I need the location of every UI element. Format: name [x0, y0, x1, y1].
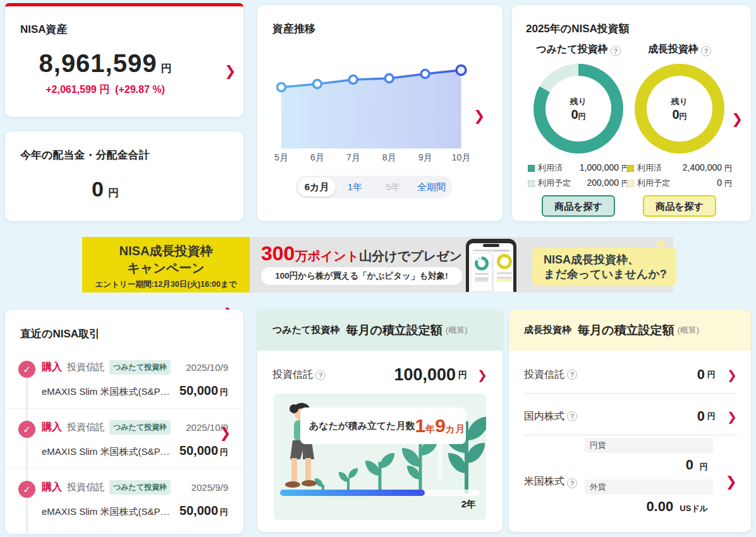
asset-line-chart-svg [257, 40, 503, 150]
divider [524, 393, 737, 394]
tsumitate-donut-center: 残り 0円 [533, 64, 623, 154]
phone-mockup [466, 239, 516, 292]
transaction-row[interactable]: ✓ 購入 投資信託 つみたて投資枠 2025/9/9 eMAXIS Slim 米… [5, 468, 243, 528]
x-tick-label: 10月 [452, 152, 471, 164]
chevron-right-icon[interactable]: ❯ [224, 64, 236, 78]
growth-monthly-card: 成長投資枠 毎月の積立設定額 (概算) 投資信託? 0 円 ❯ 国内株式? 0 … [509, 310, 751, 532]
accumulation-progress-bar [280, 490, 480, 496]
chevron-right-icon[interactable]: ❯ [473, 109, 485, 123]
nisa-assets-card[interactable]: NISA資産 8,961,599円 +2,061,599 円 (+29.87 %… [5, 3, 243, 117]
help-icon[interactable]: ? [567, 411, 577, 421]
x-tick-label: 6月 [310, 152, 324, 164]
growth-donut-chart: 残り 0円 [635, 64, 724, 154]
nisa-assets-amount: 8,961,599円 [5, 49, 205, 78]
chevron-right-icon[interactable]: ❯ [731, 112, 743, 126]
nisa-dashboard: NISA資産 8,961,599円 +2,061,599 円 (+29.87 %… [0, 0, 756, 537]
fx-band: 外貨 [585, 480, 713, 495]
nisa-assets-change: +2,061,599 円 (+29.87 %) [5, 83, 205, 97]
tsumitate-legend: 利用済 1,000,000 円 利用予定 200,000 円 [528, 162, 629, 189]
nisa-2025-title: 2025年のNISA投資額 [526, 21, 630, 36]
tab-1year[interactable]: 1年 [336, 178, 374, 196]
x-tick-label: 9月 [418, 152, 432, 164]
tab-6months[interactable]: 6カ月 [298, 178, 336, 196]
help-icon[interactable]: ? [611, 46, 621, 56]
domestic-stock-row[interactable]: 国内株式? 0 円 ❯ [524, 408, 737, 425]
accumulation-illustration: あなたが積み立てた月数 1年9カ月 2年 [274, 394, 486, 520]
x-tick-label: 8月 [382, 152, 396, 164]
dividends-card[interactable]: 今年の配当金・分配金合計 0円 ❯ [5, 131, 243, 221]
campaign-title-block: NISA成長投資枠 キャンペーン エントリー期間:12月30日(火)16:00ま… [82, 237, 250, 293]
accumulated-months-box: あなたが積み立てた月数 1年9カ月 [300, 407, 466, 444]
used-swatch [528, 165, 535, 172]
campaign-sub-pill: 100円から株が買える「かぶピタッ」も対象! [261, 267, 462, 285]
legend-planned: 利用予定 200,000 円 [528, 178, 629, 189]
nisa-assets-title: NISA資産 [20, 22, 68, 37]
tab-all-period[interactable]: 全期間 [412, 178, 451, 196]
divider [524, 435, 737, 435]
transaction-row[interactable]: ✓ 購入 投資信託 つみたて投資枠 2025/10/9 eMAXIS Slim … [5, 408, 243, 468]
growth-frame-heading: 成長投資枠? [627, 43, 732, 56]
growth-frame-column: 成長投資枠? 残り 0円 利用済 2,400,000 円 利用予定 0 円 [627, 43, 732, 217]
transaction-list: ✓ 購入 投資信託 つみたて投資枠 2025/10/9 eMAXIS Slim … [5, 349, 243, 528]
chevron-right-icon[interactable]: ❯ [727, 369, 737, 381]
frame-badge: つみたて投資枠 [109, 420, 171, 435]
transaction-row[interactable]: ✓ 購入 投資信託 つみたて投資枠 2025/10/9 eMAXIS Slim … [5, 349, 243, 408]
chevron-right-icon[interactable]: ❯ [477, 369, 487, 381]
campaign-speech-bubble: NISA成長投資枠、 まだ余っていませんか? [532, 247, 676, 286]
check-icon: ✓ [18, 481, 35, 498]
help-icon[interactable]: ? [567, 370, 577, 380]
fund-setting-row[interactable]: 投資信託? 100,000 円 ❯ [272, 365, 487, 385]
growth-legend: 利用済 2,400,000 円 利用予定 0 円 [627, 162, 732, 189]
planned-swatch [627, 180, 634, 187]
find-products-button[interactable]: 商品を探す [542, 195, 615, 217]
tsumitate-donut-chart: 残り 0円 [533, 64, 623, 154]
tsumitate-monthly-header: つみたて投資枠 毎月の積立設定額 (概算) [257, 310, 503, 351]
x-tick-label: 5月 [274, 152, 288, 164]
growth-donut-center: 残り 0円 [635, 64, 724, 154]
tsumitate-frame-heading: つみたて投資枠? [528, 43, 629, 56]
accumulated-months-value: 1年9カ月 [415, 415, 465, 437]
growth-monthly-header: 成長投資枠 毎月の積立設定額 (概算) [509, 310, 751, 351]
chevron-right-icon[interactable]: ❯ [726, 475, 737, 489]
help-icon[interactable]: ? [567, 478, 577, 488]
planned-swatch [528, 180, 535, 187]
jpy-band: 円貨 [585, 438, 713, 453]
asset-trend-title: 資産推移 [272, 21, 315, 36]
nisa-2025-card: 2025年のNISA投資額 つみたて投資枠? 残り 0円 利用済 1,000,0… [512, 5, 751, 221]
phone-notch [483, 244, 499, 247]
help-icon[interactable]: ? [701, 46, 711, 56]
help-icon[interactable]: ? [315, 370, 326, 380]
asset-line-chart: 5月6月7月8月9月10月 [257, 40, 503, 169]
recent-transactions-card: 直近のNISA取引 ✓ 購入 投資信託 つみたて投資枠 2025/10/9 eM… [5, 310, 243, 534]
campaign-banner[interactable]: NISA成長投資枠 キャンペーン エントリー期間:12月30日(火)16:00ま… [82, 237, 673, 293]
us-stock-label: 米国株式? [524, 475, 577, 488]
us-stock-values: 円貨 0 円 外貨 0.00 USドル [585, 438, 713, 521]
asset-trend-card: 資産推移 5月6月7月8月9月10月 6カ月 1年 5年 全期間 ❯ [257, 5, 503, 221]
check-icon: ✓ [18, 361, 35, 378]
legend-used: 利用済 2,400,000 円 [627, 162, 732, 174]
progress-fill [280, 490, 425, 496]
legend-planned: 利用予定 0 円 [627, 178, 732, 189]
transactions-title: 直近のNISA取引 [20, 327, 100, 341]
find-products-button[interactable]: 商品を探す [643, 195, 716, 217]
frame-badge: つみたて投資枠 [109, 360, 171, 375]
chevron-right-icon[interactable]: ❯ [219, 426, 231, 440]
chart-range-tabs: 6カ月 1年 5年 全期間 [296, 176, 453, 198]
campaign-entry-period: エントリー期間:12月30日(火)16:00まで [82, 279, 250, 290]
chart-x-axis-labels: 5月6月7月8月9月10月 [257, 152, 503, 165]
used-swatch [627, 165, 634, 172]
fund-row[interactable]: 投資信託? 0 円 ❯ [524, 366, 737, 383]
campaign-points-line: 300万ポイント山分けでプレゼント! [261, 242, 479, 265]
dividends-amount: 0円 [5, 177, 205, 202]
chevron-right-icon[interactable]: ❯ [727, 411, 737, 423]
tab-5years[interactable]: 5年 [374, 178, 412, 196]
tsumitate-frame-column: つみたて投資枠? 残り 0円 利用済 1,000,000 円 利用予定 200,… [528, 43, 629, 217]
x-tick-label: 7月 [346, 152, 360, 164]
dividends-title: 今年の配当金・分配金合計 [20, 148, 149, 162]
progress-end-label: 2年 [461, 498, 476, 510]
legend-used: 利用済 1,000,000 円 [528, 162, 629, 174]
tsumitate-monthly-card: つみたて投資枠 毎月の積立設定額 (概算) 投資信託? 100,000 円 ❯ [257, 310, 503, 532]
frame-badge: つみたて投資枠 [109, 480, 171, 495]
check-icon: ✓ [18, 421, 35, 438]
